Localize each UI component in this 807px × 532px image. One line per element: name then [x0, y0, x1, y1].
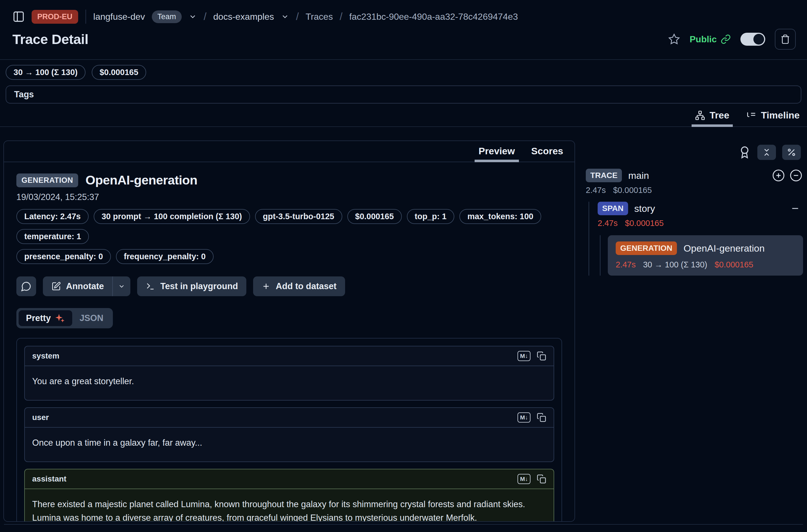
content: Preview Scores GENERATION OpenAI-generat… [0, 140, 807, 522]
chevron-down-icon [118, 283, 125, 290]
message-header: user M↓ [25, 408, 553, 427]
trace-metrics: 2.47s $0.000165 [586, 186, 803, 195]
markdown-toggle-icon[interactable]: M↓ [518, 412, 530, 422]
observation-pills-row2: presence_penalty: 0 frequency_penalty: 0 [16, 249, 562, 264]
toggle-knob [753, 34, 764, 44]
terminal-icon [146, 282, 155, 291]
breadcrumb-traces[interactable]: Traces [305, 12, 333, 22]
panel-body: GENERATION OpenAI-generation 19/03/2024,… [4, 162, 575, 522]
sidebar-toolbar [586, 140, 803, 163]
trace-children: SPAN story 2.47s $0.000165 GENERATION Op… [588, 202, 803, 276]
view-tabs: Tree Timeline [0, 110, 807, 127]
trace-name: main [628, 170, 649, 181]
trace-badge-row: 30 → 100 (Σ 130) $0.000165 [0, 60, 807, 85]
chevron-down-icon[interactable] [281, 13, 289, 21]
observation-panel: Preview Scores GENERATION OpenAI-generat… [3, 140, 575, 522]
tab-timeline-label: Timeline [761, 110, 800, 121]
sparkles-icon [55, 313, 65, 323]
delete-trace-button[interactable] [775, 29, 796, 50]
minus-circle-icon[interactable] [789, 169, 803, 182]
markdown-toggle-icon[interactable]: M↓ [518, 351, 530, 361]
tab-scores[interactable]: Scores [531, 146, 563, 162]
model-pill[interactable]: gpt-3.5-turbo-0125 [255, 209, 342, 224]
message-header: system M↓ [25, 346, 553, 365]
chevron-down-icon[interactable] [188, 13, 197, 21]
tree-node-generation-selected[interactable]: GENERATION OpenAI-generation 2.47s 30 → … [608, 235, 803, 276]
chevrons-collapse-icon [762, 148, 771, 157]
generation-metrics: 2.47s 30 → 100 (Σ 130) $0.000165 [616, 260, 795, 269]
bookmark-star-icon[interactable] [668, 33, 680, 45]
markdown-toggle-icon[interactable]: M↓ [518, 474, 530, 484]
collapse-node-icon[interactable] [790, 203, 803, 213]
breadcrumb-project[interactable]: docs-examples [213, 12, 274, 22]
tree-icon [695, 110, 705, 120]
frequency-penalty-pill: frequency_penalty: 0 [116, 249, 213, 264]
generation-cost: $0.000165 [714, 260, 753, 269]
topbar-divider [86, 10, 86, 24]
observation-title: OpenAI-generation [86, 173, 198, 188]
generation-row: GENERATION OpenAI-generation [616, 242, 795, 255]
format-pretty-segment[interactable]: Pretty [19, 310, 72, 326]
tree-node-span[interactable]: SPAN story [598, 202, 803, 215]
timeline-icon [746, 110, 756, 120]
tab-tree-label: Tree [710, 110, 729, 121]
message-content: You are a great storyteller. [25, 366, 553, 400]
percent-icon [787, 148, 796, 157]
tab-preview[interactable]: Preview [478, 146, 515, 162]
annotate-button[interactable]: Annotate [43, 277, 112, 296]
span-type-badge: SPAN [598, 202, 628, 215]
trace-latency: 2.47s [586, 186, 606, 195]
title-actions: Public [668, 29, 796, 50]
award-icon[interactable] [738, 146, 751, 159]
page-title: Trace Detail [13, 31, 88, 47]
title-row: Trace Detail Public [0, 25, 807, 50]
temperature-pill: temperature: 1 [16, 229, 89, 244]
tags-section[interactable]: Tags [6, 86, 801, 103]
public-share-link[interactable]: Public [690, 34, 731, 44]
tab-tree[interactable]: Tree [695, 110, 729, 126]
top-p-pill: top_p: 1 [407, 209, 454, 224]
cost-pill: $0.000165 [92, 65, 146, 80]
test-in-playground-button[interactable]: Test in playground [137, 277, 246, 296]
message-content: There existed a majestic planet called L… [25, 489, 553, 522]
copy-icon[interactable] [537, 413, 546, 422]
span-latency: 2.47s [598, 218, 618, 228]
message-tools: M↓ [518, 412, 546, 422]
latency-pill: Latency: 2.47s [16, 209, 89, 224]
metrics-toggle-button[interactable] [782, 145, 801, 160]
playground-label: Test in playground [160, 281, 238, 291]
format-json-segment[interactable]: JSON [72, 310, 111, 326]
trace-tree-sidebar: TRACE main 2.47s $0.000165 SPAN story 2 [586, 140, 803, 276]
trace-detail-page: { "topbar": { "env_badge": "PROD-EU", "o… [0, 0, 807, 532]
add-to-dataset-button[interactable]: Add to dataset [253, 277, 345, 296]
trash-icon [780, 34, 790, 44]
public-toggle[interactable] [740, 33, 765, 46]
span-children: GENERATION OpenAI-generation 2.47s 30 → … [600, 235, 803, 276]
annotate-dropdown-button[interactable] [113, 277, 130, 296]
tree-node-trace[interactable]: TRACE main [586, 169, 803, 182]
add-to-dataset-label: Add to dataset [276, 281, 336, 291]
annotate-label: Annotate [66, 281, 104, 291]
environment-badge[interactable]: PROD-EU [32, 10, 78, 24]
cost-pill: $0.000165 [348, 209, 402, 224]
pen-square-icon [51, 282, 61, 291]
sidebar-toggle-icon[interactable] [13, 11, 25, 23]
breadcrumb-separator: / [296, 11, 299, 23]
collapse-all-button[interactable] [757, 145, 776, 160]
copy-icon[interactable] [537, 474, 546, 484]
comment-button[interactable] [16, 277, 36, 296]
plus-circle-icon[interactable] [772, 169, 785, 182]
generation-latency: 2.47s [616, 260, 636, 269]
breadcrumb-org[interactable]: langfuse-dev [93, 12, 145, 22]
tab-timeline[interactable]: Timeline [746, 110, 800, 126]
copy-icon[interactable] [537, 351, 546, 361]
message-assistant: assistant M↓ There existed a majestic pl… [24, 469, 554, 522]
message-content: Once upon a time in a galaxy far, far aw… [25, 428, 553, 461]
observation-header: GENERATION OpenAI-generation [16, 173, 562, 188]
link-icon [721, 34, 731, 44]
message-role: system [32, 352, 59, 361]
pretty-label: Pretty [26, 313, 51, 323]
topbar: PROD-EU langfuse-dev Team / docs-example… [0, 0, 807, 25]
comment-icon [21, 281, 32, 292]
format-toggle: Pretty JSON [16, 308, 113, 328]
